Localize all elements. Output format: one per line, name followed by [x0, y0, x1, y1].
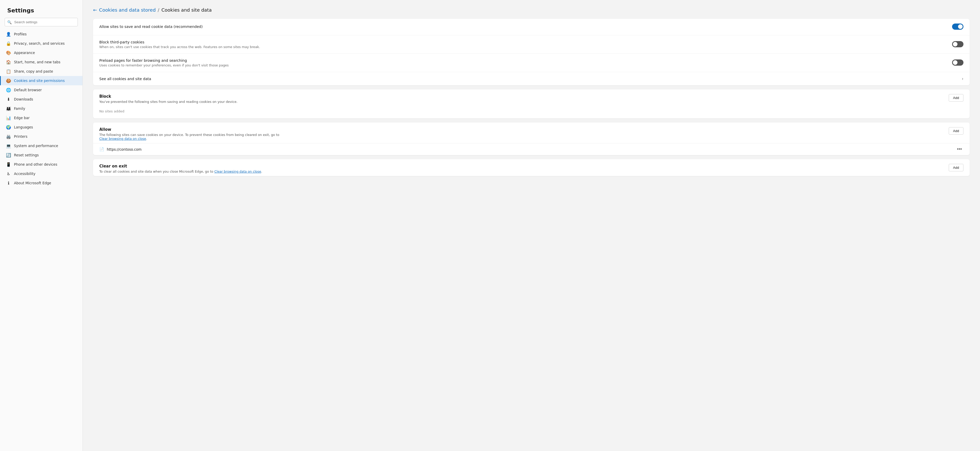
preload-title: Preload pages for faster browsing and se… [99, 59, 948, 62]
nav-label-accessibility: Accessibility [14, 172, 35, 176]
nav-label-appearance: Appearance [14, 51, 35, 55]
nav-icon-profiles: 👤 [6, 32, 11, 37]
sidebar-item-edge-bar[interactable]: 📊Edge bar [0, 113, 83, 122]
sidebar-item-downloads[interactable]: ⬇️Downloads [0, 95, 83, 104]
clear-desc-suffix: . [261, 170, 262, 173]
nav-icon-system: 💻 [6, 143, 11, 148]
nav-label-default-browser: Default browser [14, 88, 42, 92]
block-section-header: Block You've prevented the following sit… [93, 89, 970, 106]
nav-label-downloads: Downloads [14, 97, 33, 101]
sidebar-item-reset[interactable]: 🔄Reset settings [0, 151, 83, 160]
file-icon: 📄 [99, 147, 104, 152]
nav-icon-edge-bar: 📊 [6, 116, 11, 120]
sidebar-item-phone[interactable]: 📱Phone and other devices [0, 160, 83, 169]
chevron-right-icon: › [962, 76, 964, 81]
nav-icon-languages: 🌍 [6, 125, 11, 130]
preload-desc: Uses cookies to remember your preference… [99, 64, 948, 67]
allow-section-desc: The following sites can save cookies on … [99, 133, 285, 141]
allow-site-more-button[interactable]: ••• [955, 146, 964, 152]
sidebar-item-default-browser[interactable]: 🌐Default browser [0, 85, 83, 95]
nav-icon-about: ℹ️ [6, 181, 11, 185]
sidebar-item-accessibility[interactable]: ♿Accessibility [0, 169, 83, 178]
nav-label-share-copy: Share, copy and paste [14, 69, 53, 73]
clear-on-exit-desc: To clear all cookies and site data when … [99, 170, 262, 173]
allow-site-row: 📄 https://contoso.com ••• [93, 143, 970, 155]
sidebar-item-privacy[interactable]: 🔒Privacy, search, and services [0, 39, 83, 48]
nav-icon-cookies: 🍪 [6, 78, 11, 83]
nav-label-family: Family [14, 106, 25, 111]
back-button[interactable]: ← [93, 7, 97, 13]
nav-label-start-home: Start, home, and new tabs [14, 60, 60, 64]
nav-label-system: System and performance [14, 144, 58, 148]
preload-toggle-wrapper[interactable] [952, 59, 964, 67]
nav-label-profiles: Profiles [14, 32, 27, 36]
breadcrumb: ← Cookies and data stored / Cookies and … [93, 7, 970, 13]
sidebar-title: Settings [0, 0, 83, 18]
nav-icon-phone: 📱 [6, 162, 11, 167]
allow-section-header: Allow The following sites can save cooki… [93, 122, 970, 143]
search-input[interactable] [5, 18, 78, 26]
nav-icon-printers: 🖨️ [6, 134, 11, 139]
clear-on-exit-header: Clear on exit To clear all cookies and s… [93, 159, 970, 176]
sidebar: Settings 🔍 👤Profiles🔒Privacy, search, an… [0, 0, 83, 451]
clear-desc-prefix: To clear all cookies and site data when … [99, 170, 214, 173]
sidebar-item-cookies[interactable]: 🍪Cookies and site permissions [0, 76, 83, 85]
nav-label-languages: Languages [14, 125, 33, 129]
block-add-button[interactable]: Add [949, 94, 964, 102]
block-empty-message: No sites added [93, 106, 970, 118]
nav-label-phone: Phone and other devices [14, 162, 57, 167]
allow-desc-suffix: . [146, 137, 147, 141]
block-section-desc: You've prevented the following sites fro… [99, 100, 237, 104]
preload-toggle[interactable] [952, 59, 964, 66]
allow-desc-link[interactable]: Clear browsing data on close [99, 137, 146, 141]
nav-list: 👤Profiles🔒Privacy, search, and services🎨… [0, 29, 83, 187]
search-box-wrapper: 🔍 [5, 18, 78, 26]
sidebar-item-share-copy[interactable]: 📋Share, copy and paste [0, 67, 83, 76]
see-all-label: See all cookies and site data [99, 77, 151, 81]
allow-sites-toggle[interactable] [952, 24, 964, 30]
nav-icon-start-home: 🏠 [6, 60, 11, 64]
allow-sites-toggle-wrapper[interactable] [952, 24, 964, 30]
sidebar-item-printers[interactable]: 🖨️Printers [0, 132, 83, 141]
clear-on-exit-add-button[interactable]: Add [949, 164, 964, 172]
nav-icon-family: 👨‍👩‍👧 [6, 106, 11, 111]
allow-section-title: Allow [99, 127, 285, 132]
nav-icon-appearance: 🎨 [6, 51, 11, 55]
allow-site-info: 📄 https://contoso.com [99, 147, 142, 152]
sidebar-item-system[interactable]: 💻System and performance [0, 141, 83, 151]
nav-icon-accessibility: ♿ [6, 172, 11, 176]
sidebar-item-languages[interactable]: 🌍Languages [0, 122, 83, 132]
breadcrumb-separator: / [158, 7, 159, 13]
sidebar-item-about[interactable]: ℹ️About Microsoft Edge [0, 178, 83, 187]
breadcrumb-parent-link[interactable]: Cookies and data stored [99, 7, 156, 13]
breadcrumb-current: Cookies and site data [161, 7, 212, 13]
block-third-party-row: Block third-party cookies When on, sites… [93, 35, 970, 54]
allow-desc-prefix: The following sites can save cookies on … [99, 133, 279, 137]
block-third-party-title: Block third-party cookies [99, 40, 948, 44]
nav-icon-share-copy: 📋 [6, 69, 11, 74]
sidebar-item-appearance[interactable]: 🎨Appearance [0, 48, 83, 57]
allow-site-url: https://contoso.com [107, 147, 142, 151]
nav-label-reset: Reset settings [14, 153, 39, 157]
nav-icon-default-browser: 🌐 [6, 87, 11, 92]
allow-sites-row: Allow sites to save and read cookie data… [93, 19, 970, 35]
sidebar-item-family[interactable]: 👨‍👩‍👧Family [0, 104, 83, 113]
allow-sites-title: Allow sites to save and read cookie data… [99, 25, 948, 29]
main-content: ← Cookies and data stored / Cookies and … [83, 0, 980, 451]
nav-label-cookies: Cookies and site permissions [14, 79, 65, 83]
clear-on-exit-title: Clear on exit [99, 164, 262, 168]
allow-section-card: Allow The following sites can save cooki… [93, 122, 970, 155]
main-cookie-settings-card: Allow sites to save and read cookie data… [93, 19, 970, 85]
sidebar-item-start-home[interactable]: 🏠Start, home, and new tabs [0, 57, 83, 67]
nav-label-about: About Microsoft Edge [14, 181, 51, 185]
block-third-party-toggle[interactable] [952, 41, 964, 47]
sidebar-item-profiles[interactable]: 👤Profiles [0, 29, 83, 39]
nav-label-privacy: Privacy, search, and services [14, 41, 65, 46]
block-section-card: Block You've prevented the following sit… [93, 89, 970, 118]
allow-add-button[interactable]: Add [949, 127, 964, 135]
see-all-cookies-row[interactable]: See all cookies and site data › [93, 72, 970, 85]
clear-desc-link[interactable]: Clear browsing data on close [214, 170, 261, 173]
block-third-party-toggle-wrapper[interactable] [952, 41, 964, 48]
nav-label-printers: Printers [14, 134, 27, 138]
preload-pages-row: Preload pages for faster browsing and se… [93, 54, 970, 72]
